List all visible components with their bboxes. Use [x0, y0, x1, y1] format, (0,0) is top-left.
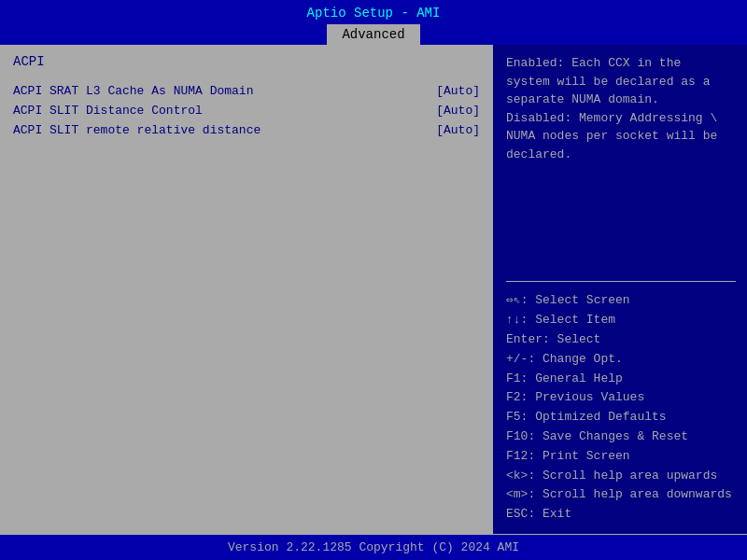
setting-value-2: [Auto]	[436, 123, 480, 137]
setting-value-1: [Auto]	[436, 104, 480, 118]
setting-row-1[interactable]: ACPI SLIT Distance Control [Auto]	[13, 104, 480, 118]
key-help: ⇔⇖: Select Screen↑↓: Select ItemEnter: S…	[506, 291, 736, 525]
setting-value-0: [Auto]	[436, 84, 480, 98]
app-title: Aptio Setup - AMI	[307, 6, 441, 21]
footer: Version 2.22.1285 Copyright (C) 2024 AMI	[0, 534, 747, 560]
tab-bar: Advanced	[0, 24, 747, 45]
setting-row-2[interactable]: ACPI SLIT remote relative distance [Auto…	[13, 123, 480, 137]
app: Aptio Setup - AMI Advanced ACPI ACPI SRA…	[0, 0, 747, 560]
setting-row-0[interactable]: ACPI SRAT L3 Cache As NUMA Domain [Auto]	[13, 84, 480, 98]
left-panel: ACPI ACPI SRAT L3 Cache As NUMA Domain […	[0, 45, 495, 534]
footer-text: Version 2.22.1285 Copyright (C) 2024 AMI	[228, 540, 519, 554]
setting-label-0: ACPI SRAT L3 Cache As NUMA Domain	[13, 84, 253, 98]
help-text: Enabled: Each CCX in thesystem will be d…	[506, 54, 736, 282]
section-title: ACPI	[13, 54, 480, 69]
right-panel: Enabled: Each CCX in thesystem will be d…	[495, 45, 747, 534]
tab-advanced[interactable]: Advanced	[327, 24, 419, 45]
setting-label-1: ACPI SLIT Distance Control	[13, 104, 203, 118]
main-content: ACPI ACPI SRAT L3 Cache As NUMA Domain […	[0, 45, 747, 534]
title-bar: Aptio Setup - AMI	[0, 0, 747, 24]
setting-label-2: ACPI SLIT remote relative distance	[13, 123, 261, 137]
